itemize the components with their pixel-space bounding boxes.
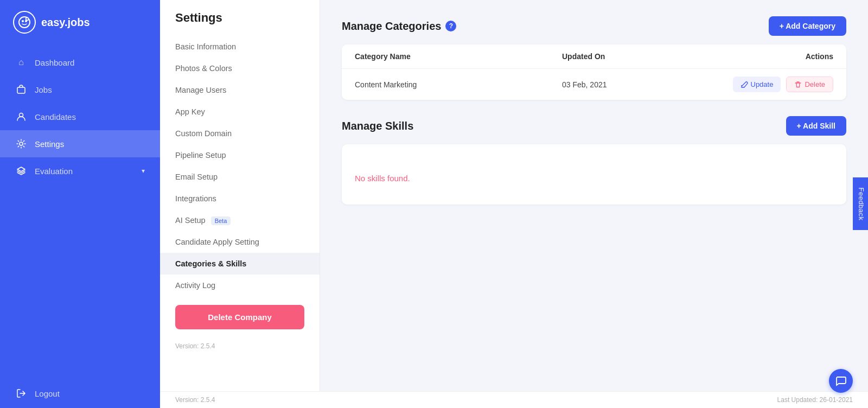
jobs-icon — [15, 84, 27, 95]
logo[interactable]: i easy.jobs — [0, 0, 160, 44]
logo-icon: i — [13, 11, 36, 34]
delete-category-button[interactable]: Delete — [786, 76, 833, 92]
categories-title: Manage Categories — [342, 20, 441, 33]
col-updated-on: Updated On — [562, 52, 725, 61]
skills-section-header: Manage Skills + Add Skill — [342, 116, 846, 136]
logo-text: easy.jobs — [41, 16, 90, 29]
updated-on-cell: 03 Feb, 2021 — [562, 80, 725, 89]
sidebar-item-evaluation[interactable]: Evaluation ▾ — [0, 157, 160, 184]
settings-sidebar: Settings Basic Information Photos & Colo… — [160, 0, 320, 391]
logout-label: Logout — [35, 389, 60, 398]
actions-cell: Update Delete — [725, 76, 833, 92]
sidebar-item-label: Dashboard — [35, 58, 74, 67]
trash-icon — [794, 81, 802, 88]
footer-last-updated: Last Updated: 26-01-2021 — [777, 396, 853, 404]
svg-point-7 — [20, 142, 23, 145]
footer-version: Version: 2.5.4 — [175, 396, 215, 404]
chevron-down-icon: ▾ — [142, 167, 145, 175]
settings-menu-activity-log[interactable]: Activity Log — [160, 275, 320, 296]
candidates-icon — [15, 111, 27, 123]
categories-table: Category Name Updated On Actions Content… — [342, 44, 846, 100]
sidebar-item-candidates[interactable]: Candidates — [0, 103, 160, 130]
skills-title: Manage Skills — [342, 120, 413, 132]
settings-menu-pipeline-setup[interactable]: Pipeline Setup — [160, 144, 320, 166]
feedback-tab[interactable]: Feedback — [853, 177, 868, 230]
settings-menu-custom-domain[interactable]: Custom Domain — [160, 123, 320, 144]
table-header: Category Name Updated On Actions — [342, 44, 846, 69]
settings-menu-integrations[interactable]: Integrations — [160, 188, 320, 209]
skills-title-row: Manage Skills — [342, 120, 413, 132]
sidebar-item-jobs[interactable]: Jobs — [0, 76, 160, 103]
delete-company-button[interactable]: Delete Company — [175, 305, 304, 329]
categories-title-row: Manage Categories ? — [342, 20, 456, 33]
edit-icon — [741, 81, 748, 88]
settings-menu-categories-skills[interactable]: Categories & Skills — [160, 253, 320, 275]
category-name-cell: Content Marketing — [355, 80, 562, 89]
categories-section-header: Manage Categories ? + Add Category — [342, 16, 846, 36]
settings-menu-photos-colors[interactable]: Photos & Colors — [160, 58, 320, 79]
beta-badge: Beta — [211, 216, 231, 225]
sidebar-item-label: Candidates — [35, 112, 76, 122]
sidebar-item-label: Evaluation — [35, 167, 73, 176]
add-skill-button[interactable]: + Add Skill — [786, 116, 846, 136]
settings-panel: Manage Categories ? + Add Category Categ… — [320, 0, 868, 391]
svg-rect-5 — [17, 87, 25, 93]
table-row: Content Marketing 03 Feb, 2021 Update De… — [342, 69, 846, 100]
settings-menu-candidate-apply[interactable]: Candidate Apply Setting — [160, 231, 320, 253]
settings-menu-email-setup[interactable]: Email Setup — [160, 166, 320, 188]
settings-menu-ai-setup[interactable]: AI Setup Beta — [160, 209, 320, 231]
logout-icon — [15, 387, 27, 399]
no-skills-message: No skills found. — [355, 157, 833, 188]
settings-icon — [15, 138, 27, 150]
update-category-button[interactable]: Update — [733, 76, 781, 92]
help-icon[interactable]: ? — [445, 21, 456, 31]
settings-layout: Settings Basic Information Photos & Colo… — [160, 0, 868, 391]
settings-menu-basic-information[interactable]: Basic Information — [160, 36, 320, 58]
svg-point-1 — [22, 20, 24, 22]
evaluation-icon — [15, 165, 27, 177]
main-content: Settings Basic Information Photos & Colo… — [160, 0, 868, 408]
col-category-name: Category Name — [355, 52, 562, 61]
sidebar-item-label: Settings — [35, 139, 64, 149]
settings-menu-manage-users[interactable]: Manage Users — [160, 79, 320, 101]
add-category-button[interactable]: + Add Category — [769, 16, 846, 36]
home-icon: ⌂ — [15, 56, 27, 68]
sidebar-item-label: Jobs — [35, 85, 52, 94]
svg-text:i: i — [27, 18, 27, 21]
footer-bar: Version: 2.5.4 Last Updated: 26-01-2021 — [160, 391, 868, 408]
sidebar: i easy.jobs ⌂ Dashboard Jobs Candidates … — [0, 0, 160, 408]
logout-item[interactable]: Logout — [0, 379, 160, 408]
sidebar-item-dashboard[interactable]: ⌂ Dashboard — [0, 49, 160, 76]
settings-menu-app-key[interactable]: App Key — [160, 101, 320, 123]
settings-title: Settings — [160, 11, 320, 36]
version-text: Version: 2.5.4 — [160, 338, 320, 354]
main-nav: ⌂ Dashboard Jobs Candidates Settings E — [0, 44, 160, 379]
skills-table: No skills found. — [342, 144, 846, 205]
col-actions: Actions — [725, 52, 833, 61]
sidebar-item-settings[interactable]: Settings — [0, 130, 160, 157]
chat-bubble[interactable] — [829, 369, 853, 393]
